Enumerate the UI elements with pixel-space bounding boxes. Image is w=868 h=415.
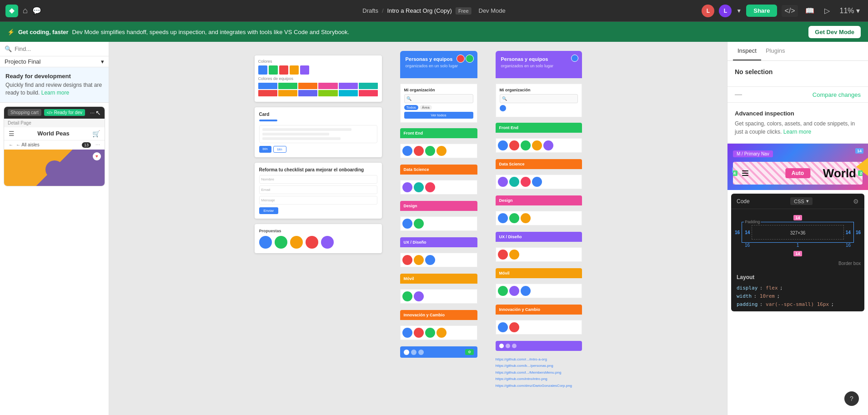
avatar-dropdown-arrow[interactable]: ▼ [736,8,742,14]
links-list: https://github.com/r.../intro-a-org http… [496,356,582,389]
ready-card-learn-more[interactable]: Learn more [41,90,69,96]
code-options-icon[interactable]: ⚙ [853,198,859,205]
code-line-2: width : 10rem ; [737,291,859,300]
front-end-body [400,144,477,158]
outer-border-box: Padding 14 327×36 14 [742,222,854,243]
data-science-section-2: Data Science [496,159,582,169]
personas-subtitle-2: organizados en un solo lugar [501,64,577,68]
layout-section: Layout display : flex ; width : 10rem ; … [731,270,864,311]
ready-for-dev-badge: </> Ready for dev [44,109,85,116]
mi-organizacion-frame: Mi organización 🔍 Todos Área Ver todos [400,84,477,123]
org-search-2: 🔍 [500,94,578,103]
nav-bottom-row: ⚙ [400,346,477,358]
movil-label-2: Móvil [499,271,578,275]
auto-pill: Auto [785,168,810,178]
comment-icon[interactable]: 💬 [32,6,41,15]
data-science-label: Data Science [404,167,474,172]
card-title: Card [259,112,377,117]
breadcrumb-drafts[interactable]: Drafts [362,7,378,14]
nav-bar-preview: 24 Auto World 24 [733,162,863,185]
data-body-2 [496,175,582,189]
design-body-2 [496,211,582,225]
ux-label-2: UX / Diseño [499,235,578,239]
ver-todos-btn: Ver todos [404,112,473,119]
card-buttons: btn btn [259,146,377,153]
ux-section: UX / Diseño [400,237,477,247]
design-section: Design [400,201,477,211]
front-end-section: Front End [400,128,477,138]
back-count-badge: 13 [82,142,91,148]
css-selector[interactable]: CSS ▾ [790,197,813,205]
world-peas-title: World Peas [37,130,70,137]
movil-body-2 [496,284,582,298]
no-selection-title: No selection [735,68,861,75]
innovation-section: Innovación y Cambio [400,310,477,320]
share-button[interactable]: Share [746,5,777,17]
help-button[interactable]: ? [844,391,859,406]
code-icon-small: </> [47,110,53,115]
design-avatars [402,219,475,229]
ready-card: Ready for development Quickly find and r… [0,67,109,103]
advanced-inspection-title: Advanced inspection [735,110,861,117]
more-options-icon[interactable]: ··· [90,110,95,116]
movil-avatars [402,291,475,301]
padding-row: 14 327×36 14 [745,225,851,240]
product-image-area: ♥ [4,150,105,186]
proposal-title: Reforma tu checklist para mejorar el onb… [259,167,377,172]
front-end-body-2 [496,138,582,153]
design-body [400,216,477,231]
compare-changes-row: — Compare changes [728,86,868,103]
topbar-breadcrumb: Drafts / Intro a React Org (Copy) Free D… [362,7,506,15]
left-sidebar: 🔍 Projecto Final ▾ Ready for development… [0,42,109,415]
project-selector[interactable]: Projecto Final ▾ [0,56,109,67]
color-swatches-row [258,65,378,75]
border-box-label: Border box [735,257,861,267]
dev-banner-icon: ⚡ [7,29,15,35]
tab-plugins[interactable]: Plugins [761,42,790,60]
card-inner [259,125,377,143]
avatar-user2[interactable]: L [719,5,732,17]
movil-section: Móvil [400,274,477,284]
frame-header-purple: Personas y equipos organizados en un sol… [496,51,582,78]
get-dev-mode-button[interactable]: Get Dev Mode [808,26,861,38]
card-form-frame: Card btn btn [255,107,382,157]
fe-avatars-2 [498,140,580,150]
zoom-dropdown[interactable]: 11% ▾ [837,5,863,17]
panel-tabs: Inspect Plugins [728,42,868,61]
propuestas-label: Propuestas [259,229,377,233]
avatars-row [259,236,377,249]
canvas-area[interactable]: Colores Colores de equipos [109,42,727,415]
header-avatars [457,55,474,63]
free-badge: Free [456,7,472,15]
padding-label: Padding [744,220,761,224]
breadcrumb-separator: / [382,7,384,14]
play-icon[interactable]: ▷ [822,5,833,17]
tab-inspect[interactable]: Inspect [733,42,761,60]
avatar-user1[interactable]: L [702,5,714,17]
data-avatars-2 [498,177,580,187]
compare-changes-link[interactable]: Compare changes [813,91,861,98]
primary-nav-label: M / Primary Nav [733,150,773,157]
innovation-label-2: Innovación y Cambio [499,307,578,312]
advanced-learn-more[interactable]: Learn more [783,129,811,135]
nav-hamburger-lines [742,170,748,176]
ux-section-2: UX / Diseño [496,232,582,242]
innovation-avatars [402,328,475,338]
ready-card-description: Quickly find and review designs that are… [5,81,103,97]
movil-body [400,289,477,304]
data-science-avatars [402,182,475,192]
padding-num-left: 14 [745,230,750,235]
org-search: 🔍 [404,94,473,103]
pink-badge-top: 14 [793,215,802,220]
colores-label: Colores [258,59,378,64]
home-icon[interactable]: ⌂ [23,6,28,15]
book-icon[interactable]: 📖 [803,5,817,17]
code-icon[interactable]: </> [782,5,798,17]
innovation-avatars-2 [498,322,580,332]
app-menu-icon[interactable] [5,5,18,17]
search-input[interactable] [15,45,104,52]
size-display: 327×36 [790,230,806,235]
ux-body-2 [496,247,582,262]
dev-banner-description: Dev Mode simplifies handoff, speeds up i… [72,29,350,35]
more-icon: ⋯ [95,142,100,147]
